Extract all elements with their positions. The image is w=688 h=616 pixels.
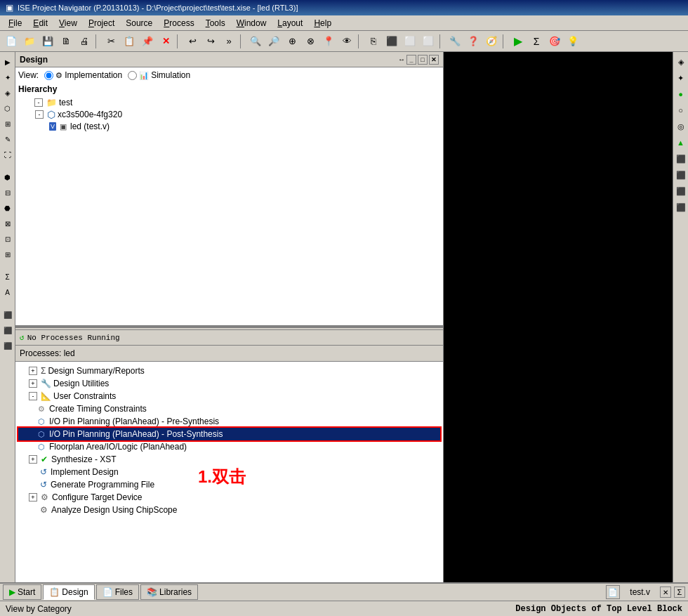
proc-design-summary[interactable]: + Σ Design Summary/Reports <box>18 365 440 377</box>
undo-btn[interactable]: ↩ <box>184 33 201 50</box>
expand-synthesize[interactable]: + <box>29 455 37 464</box>
redo-btn[interactable]: ↪ <box>202 33 219 50</box>
sidebar-icon-10[interactable]: ⬣ <box>1 201 15 215</box>
menu-layout[interactable]: Layout <box>272 17 308 30</box>
open-btn[interactable]: 📁 <box>21 33 38 50</box>
expand-configure[interactable]: + <box>29 493 37 502</box>
cut-btn[interactable]: ✂ <box>102 33 119 50</box>
pin-btn[interactable]: 📍 <box>320 33 337 50</box>
rt-icon-6[interactable]: ▲ <box>674 136 688 150</box>
proc-floorplan[interactable]: ⬡ Floorplan Area/IO/Logic (PlanAhead) <box>18 440 440 453</box>
proc-configure-target[interactable]: + ⚙ Configure Target Device <box>18 491 440 504</box>
sidebar-icon-12[interactable]: ⊡ <box>1 232 15 246</box>
panel-close[interactable]: ✕ <box>429 55 439 65</box>
tree-item-xc3s500e[interactable]: - ⬡ xc3s500e-4fg320 <box>24 108 440 121</box>
paste2-btn[interactable]: ⬛ <box>383 33 400 50</box>
menu-source[interactable]: Source <box>120 17 158 30</box>
tree-item-led[interactable]: V ▣ led (test.v) <box>24 121 440 132</box>
sidebar-icon-11[interactable]: ⊠ <box>1 216 15 230</box>
sidebar-icon-6[interactable]: ✎ <box>1 132 15 146</box>
sidebar-icon-14[interactable]: Σ <box>1 270 15 284</box>
sidebar-icon-3[interactable]: ◈ <box>1 86 15 100</box>
copy2-btn[interactable]: ⎘ <box>365 33 382 50</box>
config2-btn[interactable]: ❓ <box>465 33 482 50</box>
menu-help[interactable]: Help <box>308 17 337 30</box>
eye-btn[interactable]: 👁 <box>338 33 355 50</box>
rt-icon-7[interactable]: ⬛ <box>674 152 688 166</box>
menu-process[interactable]: Process <box>158 17 199 30</box>
proc-io-post-synthesis[interactable]: ⬡ I/O Pin Planning (PlanAhead) - Post-Sy… <box>18 428 440 440</box>
rt-icon-10[interactable]: ⬛ <box>674 200 688 214</box>
panel-minimize[interactable]: _ <box>406 55 416 65</box>
close-file-btn[interactable]: ✕ <box>660 586 671 598</box>
sidebar-icon-7[interactable]: ⛶ <box>1 148 15 162</box>
implementation-radio[interactable] <box>44 71 53 80</box>
tree-item-test[interactable]: - 📁 test <box>24 97 440 108</box>
sidebar-icon-15[interactable]: A <box>1 285 15 299</box>
doc-icon-bottom[interactable]: 📄 <box>606 585 620 599</box>
menu-view[interactable]: View <box>53 17 83 30</box>
tab-design[interactable]: 📋 Design <box>43 584 94 600</box>
sidebar-icon-5[interactable]: ⊞ <box>1 117 15 131</box>
proc-create-timing[interactable]: ⚙ Create Timing Constraints <box>18 402 440 415</box>
sidebar-icon-13[interactable]: ⊞ <box>1 247 15 261</box>
menu-window[interactable]: Window <box>231 17 272 30</box>
search2-btn[interactable]: 🔎 <box>265 33 282 50</box>
rt-icon-4[interactable]: ○ <box>674 103 688 117</box>
rt-icon-5[interactable]: ◎ <box>674 119 688 133</box>
tab-files[interactable]: 📄 Files <box>96 584 139 600</box>
panel-arrows[interactable]: ↔ <box>398 55 405 63</box>
rt-icon-3[interactable]: ● <box>674 87 688 101</box>
expand-test[interactable]: - <box>34 98 43 107</box>
panel-maximize[interactable]: □ <box>418 55 428 65</box>
light-btn[interactable]: 💡 <box>564 33 581 50</box>
proc-synthesize[interactable]: + ✔ Synthesize - XST <box>18 453 440 466</box>
rt-icon-8[interactable]: ⬛ <box>674 168 688 182</box>
sigma-btn[interactable]: Σ <box>528 33 545 50</box>
nav-btn[interactable]: 🧭 <box>483 33 500 50</box>
sidebar-icon-8[interactable]: ⬢ <box>1 170 15 184</box>
simulation-radio-label[interactable]: 📊 Simulation <box>128 70 190 80</box>
simulation-radio[interactable] <box>128 71 137 80</box>
rt-icon-1[interactable]: ◈ <box>674 55 688 69</box>
proc-design-utilities[interactable]: + 🔧 Design Utilities <box>18 377 440 390</box>
zoom2-btn[interactable]: ⊗ <box>302 33 319 50</box>
import-btn[interactable]: ⬜ <box>420 33 437 50</box>
rt-icon-9[interactable]: ⬛ <box>674 184 688 198</box>
print-btn[interactable]: 🖨 <box>76 33 93 50</box>
sigma-file-btn[interactable]: Σ <box>674 586 685 598</box>
sidebar-icon-1[interactable]: ▶ <box>1 55 15 69</box>
sidebar-icon-9[interactable]: ⊟ <box>1 185 15 199</box>
menu-project[interactable]: Project <box>83 17 120 30</box>
run-btn[interactable]: ▶ <box>510 33 527 50</box>
zoom-btn[interactable]: ⊕ <box>284 33 300 50</box>
sidebar-icon-18[interactable]: ⬛ <box>1 339 15 353</box>
tab-libraries[interactable]: 📚 Libraries <box>140 584 198 600</box>
expand-design-summary[interactable]: + <box>29 367 37 375</box>
expand-user-constraints[interactable]: - <box>29 392 37 400</box>
copy-btn[interactable]: 📋 <box>121 33 138 50</box>
sidebar-icon-16[interactable]: ⬛ <box>1 308 15 322</box>
new-btn[interactable]: 📄 <box>3 33 20 50</box>
more-btn[interactable]: » <box>220 33 237 50</box>
save-btn[interactable]: 💾 <box>39 33 56 50</box>
paste-btn[interactable]: 📌 <box>139 33 156 50</box>
save-all-btn[interactable]: 🗎 <box>58 33 74 50</box>
menu-file[interactable]: File <box>3 17 27 30</box>
sidebar-icon-2[interactable]: ✦ <box>1 70 15 84</box>
expand-design-utilities[interactable]: + <box>29 379 37 388</box>
expand-xc3s500e[interactable]: - <box>35 110 44 119</box>
config1-btn[interactable]: 🔧 <box>446 33 463 50</box>
menu-edit[interactable]: Edit <box>27 17 53 30</box>
implementation-radio-label[interactable]: ⚙ Implementation <box>44 70 122 80</box>
sidebar-icon-4[interactable]: ⬡ <box>1 101 15 115</box>
delete-btn[interactable]: ✕ <box>157 33 174 50</box>
search1-btn[interactable]: 🔍 <box>247 33 264 50</box>
rt-icon-2[interactable]: ✦ <box>674 71 688 85</box>
target-btn[interactable]: 🎯 <box>546 33 563 50</box>
proc-user-constraints[interactable]: - 📐 User Constraints <box>18 390 440 402</box>
proc-io-pre-synthesis[interactable]: ⬡ I/O Pin Planning (PlanAhead) - Pre-Syn… <box>18 415 440 428</box>
tab-start[interactable]: ▶ Start <box>3 584 41 600</box>
sidebar-icon-17[interactable]: ⬛ <box>1 323 15 337</box>
proc-analyze[interactable]: ⚙ Analyze Design Using ChipScope <box>18 504 440 516</box>
